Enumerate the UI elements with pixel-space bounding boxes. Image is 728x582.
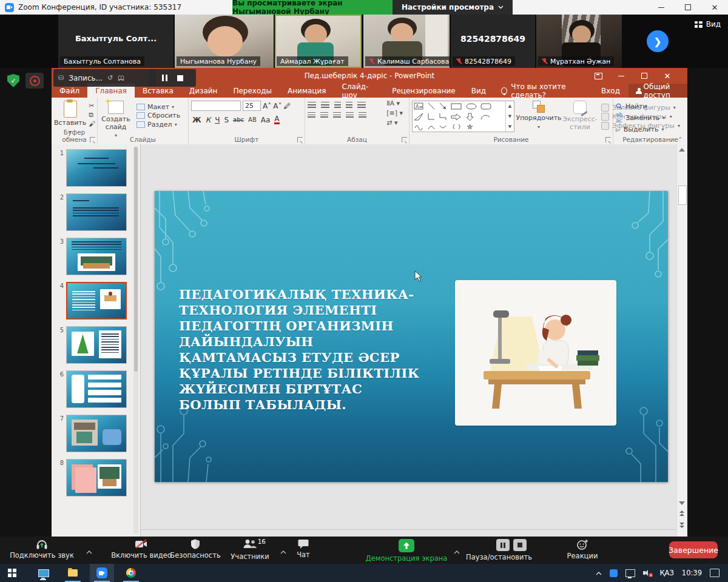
vertical-scrollbar[interactable] [676, 144, 687, 537]
ppt-close-button[interactable]: ✕ [656, 69, 679, 83]
slide-3-thumbnail[interactable] [66, 238, 127, 275]
font-color-button[interactable]: А [274, 115, 279, 124]
pause-recording-icon[interactable] [496, 539, 510, 551]
grow-font-button[interactable]: А˄ [263, 102, 271, 110]
slide-thumbnail-item[interactable]: 8 [55, 459, 140, 497]
font-size-input[interactable] [243, 101, 261, 111]
text-shadow-button[interactable]: S [224, 116, 229, 124]
participant-tile[interactable]: Бахытгуль Солт... Бахытгуль Солтанова [58, 15, 174, 68]
tab-transitions[interactable]: Переходы [225, 84, 280, 98]
tray-expand-chevron[interactable] [596, 570, 602, 577]
stop-recording-button[interactable] [177, 75, 183, 81]
change-case-button[interactable]: Аа [261, 116, 271, 124]
participant-tile[interactable]: Калимаш Сарбасова [363, 15, 450, 68]
shapes-gallery[interactable]: A≡ [412, 101, 514, 132]
previous-slide-button[interactable] [679, 510, 684, 516]
clock[interactable]: 10:39 [682, 569, 702, 577]
slide-1-thumbnail[interactable] [66, 149, 127, 187]
view-settings-button[interactable]: Настройки просмотра [393, 0, 513, 15]
tab-animations[interactable]: Анимация [280, 84, 334, 98]
defender-shield-icon[interactable]: ✓ [7, 74, 19, 87]
taskbar-chrome[interactable] [119, 564, 143, 582]
participant-tile[interactable]: Мұратхан Әужан [536, 15, 622, 68]
shrink-font-button[interactable]: А˅ [273, 102, 281, 110]
text-direction-button[interactable]: ⅡA ▾ [386, 100, 403, 107]
italic-button[interactable]: К [206, 116, 211, 124]
layout-button[interactable]: Макет▾ [136, 103, 180, 111]
zoom-minimize-button[interactable] [648, 0, 675, 15]
slide-8-thumbnail[interactable] [66, 459, 127, 497]
scroll-down-icon[interactable] [679, 501, 685, 505]
underline-button[interactable]: Ч [215, 116, 220, 124]
slide-5-thumbnail[interactable] [66, 326, 127, 364]
copy-button[interactable]: ⧉ [89, 112, 93, 118]
slide-thumbnail-item[interactable]: 7 [55, 415, 140, 452]
slide-illustration[interactable] [455, 280, 616, 426]
line-spacing-button[interactable] [357, 102, 366, 109]
slide-thumbnail-item[interactable]: 6 [55, 370, 140, 408]
find-button[interactable]: Найти [616, 102, 685, 110]
zoom-close-button[interactable]: ✕ [701, 0, 728, 15]
slide-thumbnail-item[interactable]: 1 [55, 149, 140, 187]
shapes-gallery-scrollbar[interactable]: ▲ ▼ ▼ [505, 101, 514, 132]
reset-button[interactable]: Сбросить [136, 112, 180, 119]
scroll-down-icon[interactable]: ▼ [506, 112, 514, 122]
scrollbar-thumb[interactable] [678, 186, 687, 205]
participants-chevron[interactable] [280, 545, 286, 557]
bold-button[interactable]: Ж [192, 116, 201, 124]
thumbnail-panel-scrollbar[interactable] [133, 147, 138, 534]
tell-me-search[interactable]: Что вы хотите сделать? [494, 84, 593, 98]
section-button[interactable]: Раздел▾ [136, 121, 180, 129]
character-spacing-button[interactable]: АВ [248, 117, 257, 123]
taskbar-zoom-app[interactable] [90, 564, 114, 582]
participant-tile[interactable]: 82542878649 82542878649 [451, 15, 535, 68]
strikethrough-button[interactable]: abc [233, 117, 244, 123]
participants-button[interactable]: 16 Участники [226, 539, 274, 561]
audio-options-chevron[interactable] [86, 545, 92, 557]
end-meeting-button[interactable]: Завершение [669, 541, 718, 558]
collapse-ribbon-button[interactable]: ⌃ [678, 136, 682, 142]
ribbon-display-options-button[interactable] [587, 69, 610, 83]
slide-2-thumbnail[interactable] [66, 193, 127, 231]
font-name-input[interactable] [191, 101, 241, 111]
convert-smartart-button[interactable]: ⇄ ▾ [386, 119, 403, 126]
bullets-button[interactable] [308, 102, 316, 109]
ppt-minimize-button[interactable] [610, 69, 633, 83]
slide-thumbnail-item[interactable]: 2 [55, 193, 140, 231]
more-shapes-icon[interactable]: ▼ [506, 121, 514, 132]
share-screen-button[interactable]: Демонстрация экрана [364, 539, 449, 563]
numbering-button[interactable] [321, 102, 329, 109]
new-slide-button[interactable]: Создать слайд ▾ [100, 101, 132, 138]
chat-button[interactable]: Чат [290, 539, 317, 559]
slide-body-text[interactable]: ПЕДАГОГИКАЛЫҚ ТЕХНИКА- ТЕХНОЛОГИЯ ЭЛЕМЕН… [179, 287, 470, 413]
start-button[interactable] [0, 564, 24, 582]
network-icon[interactable] [625, 569, 635, 577]
slide-thumbnail-item[interactable]: 5 [55, 326, 140, 364]
share-options-chevron[interactable] [454, 545, 460, 557]
align-text-button[interactable]: [≡] ▾ [386, 110, 403, 116]
replace-button[interactable]: abac Заменить▾ [616, 112, 685, 124]
tab-slideshow[interactable]: Слайд-шоу [334, 84, 385, 98]
language-indicator[interactable]: ҚАЗ [659, 569, 673, 577]
reactions-button[interactable]: Реакции [564, 539, 601, 560]
arrange-button[interactable]: Упорядочить ▾ [519, 101, 559, 130]
next-slide-button[interactable] [679, 523, 684, 528]
action-center-icon[interactable] [710, 569, 720, 577]
increase-indent-button[interactable] [346, 102, 352, 109]
slide-4-thumbnail-selected[interactable] [66, 282, 127, 319]
tray-zoom-icon[interactable] [610, 569, 618, 577]
pause-recording-button[interactable] [162, 75, 167, 81]
select-button[interactable]: ▻ Выделить▾ [616, 125, 685, 133]
slide-6-thumbnail[interactable] [66, 370, 127, 408]
align-right-button[interactable] [333, 112, 341, 118]
security-button[interactable]: Безопасность [169, 539, 222, 560]
recording-status-icon[interactable] [25, 73, 44, 89]
notes-splitter[interactable] [141, 529, 677, 530]
join-audio-button[interactable]: Подключить звук [6, 539, 78, 560]
scroll-up-icon[interactable]: ▲ [506, 101, 514, 112]
tab-view[interactable]: Вид [463, 84, 494, 98]
slide-thumbnail-item[interactable]: 4 [55, 282, 140, 319]
scroll-up-icon[interactable] [679, 148, 685, 152]
columns-button[interactable] [359, 112, 366, 118]
ppt-restore-button[interactable] [633, 69, 656, 83]
